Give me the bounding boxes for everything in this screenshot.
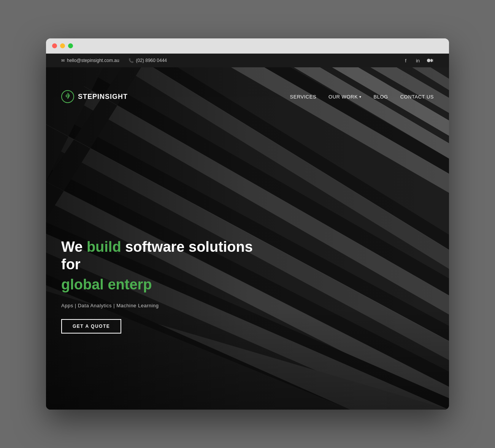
traffic-light-yellow[interactable] [60,43,65,48]
headline-prefix: We [61,239,87,255]
nav-services[interactable]: SERVICES [290,94,317,100]
hero-content: We build software solutions for global e… [61,238,259,334]
logo-text: STEPINSIGHT [78,93,128,101]
nav-our-work[interactable]: OUR WORK ▾ [328,94,361,100]
get-quote-button[interactable]: GET A QUOTE [61,319,121,334]
hero-headline-line2: global enterp [61,276,259,294]
medium-icon[interactable] [426,57,434,64]
logo-icon [61,90,74,103]
headline-highlight: build [87,239,121,255]
chevron-down-icon: ▾ [359,95,362,99]
hero-cta: GET A QUOTE [61,319,259,334]
phone-text: (02) 8960 0444 [136,58,167,63]
top-bar: ✉ hello@stepinsight.com.au 📞 (02) 8960 0… [46,54,449,67]
email-contact[interactable]: ✉ hello@stepinsight.com.au [61,58,119,63]
hero-section: STEPINSIGHT SERVICES OUR WORK ▾ BLOG CON… [46,67,449,410]
email-text: hello@stepinsight.com.au [67,58,119,63]
nav-contact[interactable]: CONTACT US [400,94,434,100]
social-links: f in [402,57,434,64]
navigation: SERVICES OUR WORK ▾ BLOG CONTACT US [290,94,434,100]
navbar: STEPINSIGHT SERVICES OUR WORK ▾ BLOG CON… [46,83,449,111]
linkedin-icon[interactable]: in [414,57,422,64]
phone-contact[interactable]: 📞 (02) 8960 0444 [129,58,167,63]
top-bar-left: ✉ hello@stepinsight.com.au 📞 (02) 8960 0… [61,58,167,63]
hero-tagline: Apps | Data Analytics | Machine Learning [61,303,259,308]
facebook-icon[interactable]: f [402,57,409,64]
svg-point-31 [62,91,74,103]
browser-window: ✉ hello@stepinsight.com.au 📞 (02) 8960 0… [46,38,449,410]
email-icon: ✉ [61,58,65,63]
logo[interactable]: STEPINSIGHT [61,90,128,103]
traffic-light-red[interactable] [52,43,57,48]
nav-blog[interactable]: BLOG [374,94,388,100]
website-content: ✉ hello@stepinsight.com.au 📞 (02) 8960 0… [46,54,449,410]
browser-titlebar [46,38,449,54]
phone-icon: 📞 [129,58,134,63]
traffic-light-green[interactable] [68,43,73,48]
hero-headline: We build software solutions for [61,238,259,273]
